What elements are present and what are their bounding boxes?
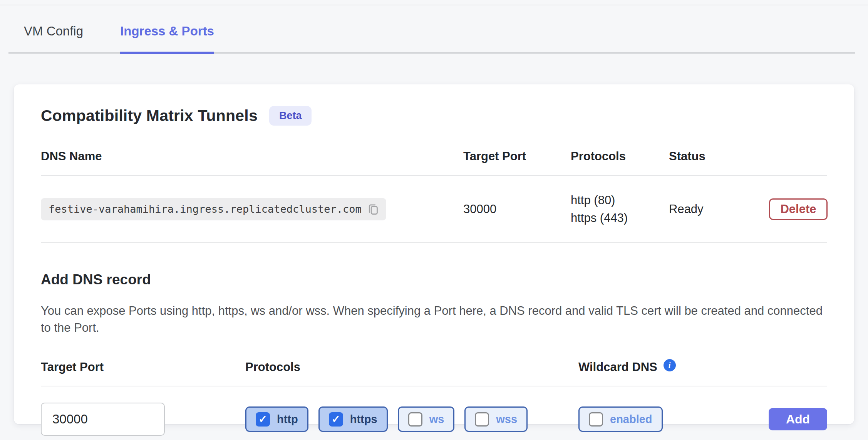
wildcard-dns-field-wrap: enabled <box>578 406 767 432</box>
checkbox-wss-label: wss <box>496 413 517 426</box>
empty-checkbox-icon <box>589 412 603 427</box>
target-port-input[interactable] <box>41 403 165 436</box>
add-button[interactable]: Add <box>769 408 827 430</box>
add-dns-record-description: You can expose Ports using http, https, … <box>41 302 827 336</box>
copy-icon[interactable] <box>368 203 379 215</box>
target-port-cell: 30000 <box>463 202 571 216</box>
dns-name-value: festive-varahamihira.ingress.replicatedc… <box>49 203 362 215</box>
status-cell: Ready <box>669 202 769 216</box>
col-header-target-port: Target Port <box>463 149 571 163</box>
add-dns-form-row: ✓ http ✓ https ws wss enabled Add <box>41 386 827 440</box>
tab-ingress-ports[interactable]: Ingress & Ports <box>120 24 214 54</box>
checkbox-http-label: http <box>277 413 298 426</box>
form-header-target-port: Target Port <box>41 360 245 374</box>
form-header-wildcard-dns: Wildcard DNS i <box>578 360 767 374</box>
beta-badge: Beta <box>269 106 312 126</box>
col-header-protocols: Protocols <box>571 149 669 163</box>
page-title: Compatibility Matrix Tunnels <box>41 107 258 125</box>
empty-checkbox-icon <box>408 412 422 427</box>
checkbox-wildcard-enabled[interactable]: enabled <box>578 406 663 432</box>
card-title-row: Compatibility Matrix Tunnels Beta <box>41 106 827 126</box>
protocols-cell: http (80) https (443) <box>571 193 669 225</box>
protocol-line-https: https (443) <box>571 211 669 225</box>
tab-bar: VM Config Ingress & Ports <box>8 5 855 54</box>
tunnels-table-header: DNS Name Target Port Protocols Status <box>41 149 827 176</box>
checkbox-https-label: https <box>350 413 377 426</box>
checkmark-icon: ✓ <box>329 412 343 427</box>
empty-checkbox-icon <box>475 412 489 427</box>
protocol-line-http: http (80) <box>571 193 669 207</box>
wildcard-dns-label: Wildcard DNS <box>578 360 657 374</box>
protocol-checkbox-group: ✓ http ✓ https ws wss <box>245 406 578 432</box>
checkbox-ws-label: ws <box>429 413 444 426</box>
checkmark-icon: ✓ <box>256 412 270 427</box>
checkbox-ws[interactable]: ws <box>398 406 455 432</box>
checkbox-https[interactable]: ✓ https <box>318 406 388 432</box>
info-icon[interactable]: i <box>664 359 676 371</box>
dns-name-cell: festive-varahamihira.ingress.replicatedc… <box>41 198 463 220</box>
dns-name-pill: festive-varahamihira.ingress.replicatedc… <box>41 198 386 220</box>
tab-vm-config[interactable]: VM Config <box>24 24 83 52</box>
tunnels-card: Compatibility Matrix Tunnels Beta DNS Na… <box>14 84 854 424</box>
checkbox-http[interactable]: ✓ http <box>245 406 308 432</box>
checkbox-wss[interactable]: wss <box>464 406 528 432</box>
table-row: festive-varahamihira.ingress.replicatedc… <box>41 176 827 243</box>
add-dns-form-header: Target Port Protocols Wildcard DNS i <box>41 360 827 386</box>
target-port-field-wrap <box>41 403 245 436</box>
checkbox-enabled-label: enabled <box>610 413 652 426</box>
col-header-dns-name: DNS Name <box>41 149 463 163</box>
col-header-status: Status <box>669 149 769 163</box>
add-dns-record-title: Add DNS record <box>41 272 827 288</box>
delete-button[interactable]: Delete <box>769 198 828 220</box>
form-header-protocols: Protocols <box>245 360 578 374</box>
